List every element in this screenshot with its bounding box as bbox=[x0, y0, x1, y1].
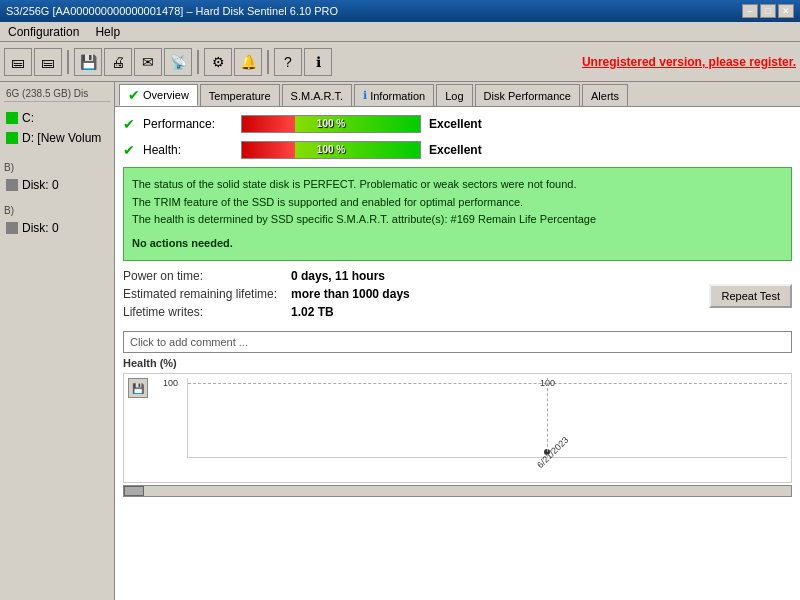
tab-disk-perf-label: Disk Performance bbox=[484, 90, 571, 102]
repeat-test-button[interactable]: Repeat Test bbox=[709, 284, 792, 308]
chart-title: Health (%) bbox=[123, 357, 792, 369]
health-label: Health: bbox=[143, 143, 233, 157]
title-bar-text: S3/256G [AA000000000000001478] – Hard Di… bbox=[6, 5, 338, 17]
status-line-1: The status of the solid state disk is PE… bbox=[132, 176, 783, 194]
drive-d-label: D: [New Volum bbox=[22, 131, 101, 145]
health-bar-red bbox=[242, 142, 295, 158]
toolbar-sep-3 bbox=[267, 50, 269, 74]
lifetime-writes-row: Lifetime writes: 1.02 TB bbox=[123, 305, 709, 319]
tab-information[interactable]: ℹ Information bbox=[354, 84, 434, 106]
toolbar-btn-help[interactable]: ? bbox=[274, 48, 302, 76]
tab-overview-label: Overview bbox=[143, 89, 189, 101]
y-axis: 100 bbox=[152, 378, 182, 458]
health-check-icon: ✔ bbox=[123, 142, 135, 158]
tab-information-label: Information bbox=[370, 90, 425, 102]
tab-alerts[interactable]: Alerts bbox=[582, 84, 628, 106]
status-box: The status of the solid state disk is PE… bbox=[123, 167, 792, 261]
minimize-button[interactable]: – bbox=[742, 4, 758, 18]
main-layout: 6G (238.5 GB) Dis C: D: [New Volum B) Di… bbox=[0, 82, 800, 600]
chart-area: 100 100 6/21/2023 bbox=[152, 378, 787, 478]
drive-c-label: C: bbox=[22, 111, 34, 125]
disk-0-icon-1 bbox=[6, 179, 18, 191]
no-actions-text: No actions needed. bbox=[132, 235, 783, 253]
toolbar-btn-3[interactable]: 💾 bbox=[74, 48, 102, 76]
drive-c-icon bbox=[6, 112, 18, 124]
health-bar-green bbox=[295, 142, 420, 158]
disk-0-item-1[interactable]: Disk: 0 bbox=[4, 177, 110, 193]
toolbar-sep-1 bbox=[67, 50, 69, 74]
unregistered-link[interactable]: Unregistered version, please register. bbox=[582, 55, 796, 69]
disk-section-2-header: B) bbox=[4, 205, 110, 216]
toolbar-btn-4[interactable]: 🖨 bbox=[104, 48, 132, 76]
chart-plot: 100 6/21/2023 bbox=[187, 378, 787, 458]
tab-temperature-label: Temperature bbox=[209, 90, 271, 102]
toolbar-sep-2 bbox=[197, 50, 199, 74]
vertical-dashed-line bbox=[547, 378, 548, 457]
tab-log[interactable]: Log bbox=[436, 84, 472, 106]
performance-label: Performance: bbox=[143, 117, 233, 131]
health-status: Excellent bbox=[429, 143, 482, 157]
health-bar: 100 % bbox=[241, 141, 421, 159]
performance-bar: 100 % bbox=[241, 115, 421, 133]
health-row: ✔ Health: 100 % Excellent bbox=[123, 141, 792, 159]
performance-bar-red bbox=[242, 116, 295, 132]
performance-check-icon: ✔ bbox=[123, 116, 135, 132]
disk-0-label-2: Disk: 0 bbox=[22, 221, 59, 235]
x-axis-label: 6/21/2023 bbox=[535, 435, 570, 470]
remaining-lifetime-row: Estimated remaining lifetime: more than … bbox=[123, 287, 709, 301]
toolbar-btn-info[interactable]: ℹ bbox=[304, 48, 332, 76]
tab-temperature[interactable]: Temperature bbox=[200, 84, 280, 106]
title-bar: S3/256G [AA000000000000001478] – Hard Di… bbox=[0, 0, 800, 22]
y-label-100: 100 bbox=[163, 378, 178, 388]
lifetime-writes-key: Lifetime writes: bbox=[123, 305, 283, 319]
tab-smart[interactable]: S.M.A.R.T. bbox=[282, 84, 353, 106]
dashed-line-100 bbox=[188, 383, 787, 384]
tab-bar: ✔ Overview Temperature S.M.A.R.T. ℹ Info… bbox=[115, 82, 800, 107]
drive-d-icon bbox=[6, 132, 18, 144]
menu-configuration[interactable]: Configuration bbox=[4, 24, 83, 40]
performance-status: Excellent bbox=[429, 117, 482, 131]
performance-bar-green bbox=[295, 116, 420, 132]
menu-bar: Configuration Help bbox=[0, 22, 800, 42]
tab-overview[interactable]: ✔ Overview bbox=[119, 84, 198, 106]
drive-c[interactable]: C: bbox=[4, 110, 110, 126]
remaining-lifetime-value: more than 1000 days bbox=[291, 287, 410, 301]
tab-alerts-label: Alerts bbox=[591, 90, 619, 102]
toolbar-btn-8[interactable]: 🔔 bbox=[234, 48, 262, 76]
tab-disk-performance[interactable]: Disk Performance bbox=[475, 84, 580, 106]
performance-percent: 100 % bbox=[317, 118, 345, 129]
comment-box[interactable]: Click to add comment ... bbox=[123, 331, 792, 353]
scroll-thumb[interactable] bbox=[124, 486, 144, 496]
chart-save-icon[interactable]: 💾 bbox=[128, 378, 148, 398]
horizontal-scrollbar[interactable] bbox=[123, 485, 792, 497]
toolbar-btn-5[interactable]: ✉ bbox=[134, 48, 162, 76]
content-area: ✔ Performance: 100 % Excellent ✔ Health:… bbox=[115, 107, 800, 600]
toolbar-btn-7[interactable]: ⚙ bbox=[204, 48, 232, 76]
disk-0-icon-2 bbox=[6, 222, 18, 234]
toolbar-btn-1[interactable]: 🖴 bbox=[4, 48, 32, 76]
status-line-3: The health is determined by SSD specific… bbox=[132, 211, 783, 229]
toolbar-right: Unregistered version, please register. bbox=[582, 55, 796, 69]
disk-0-item-2[interactable]: Disk: 0 bbox=[4, 220, 110, 236]
disk-section-1-header: B) bbox=[4, 162, 110, 173]
toolbar: 🖴 🖴 💾 🖨 ✉ 📡 ⚙ 🔔 ? ℹ Unregistered version… bbox=[0, 42, 800, 82]
disk-header-text: 6G (238.5 GB) Dis bbox=[4, 86, 110, 102]
disk-0-label-1: Disk: 0 bbox=[22, 178, 59, 192]
close-button[interactable]: ✕ bbox=[778, 4, 794, 18]
menu-help[interactable]: Help bbox=[91, 24, 124, 40]
performance-row: ✔ Performance: 100 % Excellent bbox=[123, 115, 792, 133]
tab-log-label: Log bbox=[445, 90, 463, 102]
remaining-lifetime-key: Estimated remaining lifetime: bbox=[123, 287, 283, 301]
drive-d[interactable]: D: [New Volum bbox=[4, 130, 110, 146]
info-section: Power on time: 0 days, 11 hours Estimate… bbox=[123, 269, 792, 323]
overview-check-icon: ✔ bbox=[128, 87, 140, 103]
health-percent: 100 % bbox=[317, 144, 345, 155]
right-content: ✔ Overview Temperature S.M.A.R.T. ℹ Info… bbox=[115, 82, 800, 600]
maximize-button[interactable]: □ bbox=[760, 4, 776, 18]
power-on-row: Power on time: 0 days, 11 hours bbox=[123, 269, 709, 283]
power-on-value: 0 days, 11 hours bbox=[291, 269, 385, 283]
toolbar-btn-6[interactable]: 📡 bbox=[164, 48, 192, 76]
toolbar-btn-2[interactable]: 🖴 bbox=[34, 48, 62, 76]
title-bar-buttons: – □ ✕ bbox=[742, 4, 794, 18]
chart-section: Health (%) 💾 100 100 bbox=[123, 357, 792, 497]
